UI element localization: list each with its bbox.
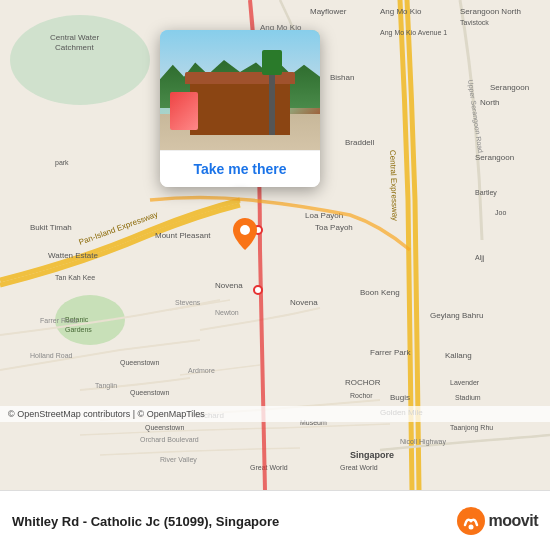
svg-text:Farrer Road: Farrer Road: [40, 317, 78, 324]
svg-text:Ang Mo Kio Avenue 1: Ang Mo Kio Avenue 1: [380, 29, 447, 37]
svg-text:ROCHOR: ROCHOR: [345, 378, 381, 387]
svg-text:Boon Keng: Boon Keng: [360, 288, 400, 297]
svg-text:Queenstown: Queenstown: [145, 424, 184, 432]
svg-text:Great World: Great World: [340, 464, 378, 471]
svg-text:Novena: Novena: [215, 281, 243, 290]
svg-text:Geylang Bahru: Geylang Bahru: [430, 311, 483, 320]
svg-text:Serangoon North: Serangoon North: [460, 7, 521, 16]
svg-text:Serangoon: Serangoon: [475, 153, 514, 162]
svg-text:Ang Mo Kio: Ang Mo Kio: [380, 7, 422, 16]
location-info: Whitley Rd - Catholic Jc (51099), Singap…: [12, 512, 457, 530]
svg-text:Taanjong Rhu: Taanjong Rhu: [450, 424, 493, 432]
svg-text:Serangoon: Serangoon: [490, 83, 529, 92]
svg-point-61: [254, 286, 262, 294]
take-me-there-button[interactable]: Take me there: [160, 150, 320, 187]
svg-text:Bishan: Bishan: [330, 73, 354, 82]
svg-text:Mount Pleasant: Mount Pleasant: [155, 231, 211, 240]
svg-text:Stadium: Stadium: [455, 394, 481, 401]
map-pin: [233, 218, 257, 254]
svg-text:Ardmore: Ardmore: [188, 367, 215, 374]
svg-text:Singapore: Singapore: [350, 450, 394, 460]
moovit-icon: [457, 507, 485, 535]
svg-text:Queenstown: Queenstown: [120, 359, 159, 367]
svg-text:Nicoll Highway: Nicoll Highway: [400, 438, 446, 446]
map-attribution: © OpenStreetMap contributors | © OpenMap…: [0, 406, 550, 422]
svg-point-1: [10, 15, 150, 105]
svg-text:Bukit Timah: Bukit Timah: [30, 223, 72, 232]
svg-text:North: North: [480, 98, 500, 107]
svg-text:Catchment: Catchment: [55, 43, 94, 52]
popup-card: Take me there: [160, 30, 320, 187]
svg-text:Queenstown: Queenstown: [130, 389, 169, 397]
svg-text:Lavender: Lavender: [450, 379, 480, 386]
svg-text:Watten Estate: Watten Estate: [48, 251, 99, 260]
svg-text:Bugis: Bugis: [390, 393, 410, 402]
svg-text:Joo: Joo: [495, 209, 506, 216]
svg-text:Kallang: Kallang: [445, 351, 472, 360]
svg-text:Stevens: Stevens: [175, 299, 201, 306]
map-container[interactable]: Central Water Catchment Botanic Gardens …: [0, 0, 550, 490]
svg-text:park: park: [55, 159, 69, 167]
svg-text:Farrer Park: Farrer Park: [370, 348, 411, 357]
location-name: Whitley Rd - Catholic Jc (51099), Singap…: [12, 514, 279, 529]
svg-text:Orchard Boulevard: Orchard Boulevard: [140, 436, 199, 443]
svg-text:Rochor: Rochor: [350, 392, 373, 399]
bottom-bar: Whitley Rd - Catholic Jc (51099), Singap…: [0, 490, 550, 550]
svg-text:Toa Payoh: Toa Payoh: [315, 223, 353, 232]
svg-text:Mayflower: Mayflower: [310, 7, 347, 16]
moovit-text: moovit: [489, 512, 538, 530]
svg-text:River Valley: River Valley: [160, 456, 197, 464]
moovit-logo[interactable]: moovit: [457, 507, 538, 535]
svg-text:Tanglin: Tanglin: [95, 382, 117, 390]
popup-image: [160, 30, 320, 150]
svg-text:Great World: Great World: [250, 464, 288, 471]
svg-text:Newton: Newton: [215, 309, 239, 316]
svg-text:Novena: Novena: [290, 298, 318, 307]
svg-text:Bartley: Bartley: [475, 189, 497, 197]
svg-point-63: [240, 225, 250, 235]
svg-text:Holland Road: Holland Road: [30, 352, 73, 359]
svg-text:Tavistock: Tavistock: [460, 19, 489, 26]
svg-text:Tan Kah Kee: Tan Kah Kee: [55, 274, 95, 281]
svg-text:Aljj: Aljj: [475, 254, 485, 262]
svg-text:Gardens: Gardens: [65, 326, 92, 333]
svg-text:Braddell: Braddell: [345, 138, 375, 147]
svg-text:Central Water: Central Water: [50, 33, 99, 42]
svg-point-65: [468, 524, 473, 529]
